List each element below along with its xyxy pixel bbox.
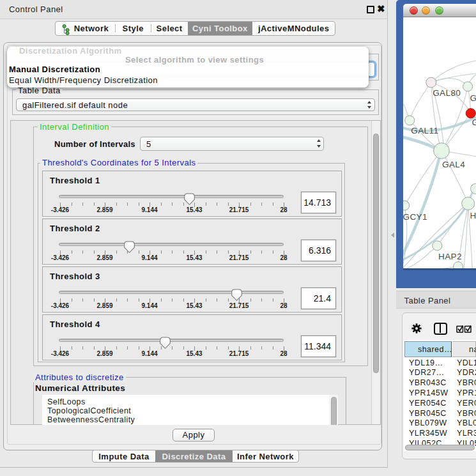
svg-text:GA: GA [470, 93, 476, 103]
svg-text:GAL11: GAL11 [411, 126, 438, 135]
svg-text:GAL80: GAL80 [433, 88, 461, 98]
svg-text:HAP2: HAP2 [438, 252, 462, 261]
svg-text:GCY1: GCY1 [403, 212, 427, 222]
svg-text:H: H [470, 211, 476, 220]
svg-text:G: G [472, 118, 476, 127]
svg-text:GAL4: GAL4 [442, 160, 465, 169]
